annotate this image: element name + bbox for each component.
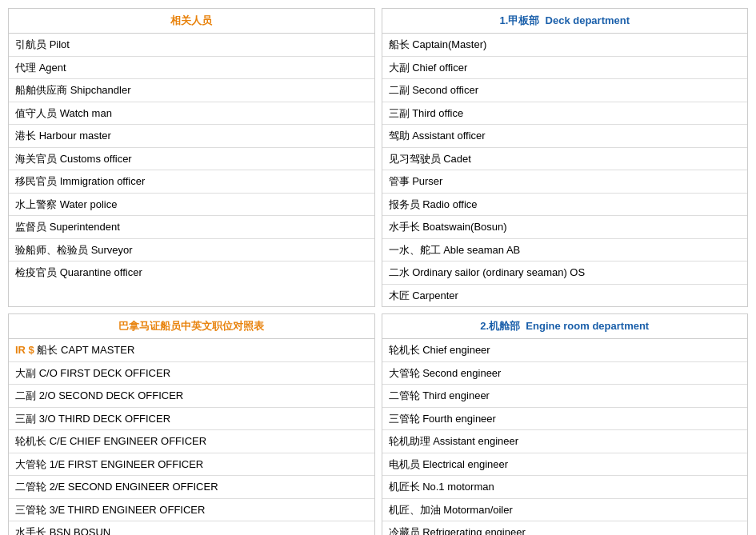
table-row: 代理 Agent — [9, 57, 374, 80]
table-row: 大管轮 1/E FIRST ENGINEER OFFICER — [9, 453, 374, 477]
related-personnel-title: 相关人员 — [9, 9, 374, 34]
deck-department-title: 1.甲板部 Deck department — [382, 9, 748, 34]
row-en: Able seaman AB — [443, 244, 520, 256]
row-en: 2/E SECOND ENGINEER OFFICER — [50, 481, 218, 493]
engine-department-panel: 2.机舱部 Engine room department 轮机长 Chief e… — [382, 313, 749, 535]
row-zh: 水手长 — [15, 526, 50, 535]
table-row: 二副 2/O SECOND DECK OFFICER — [9, 385, 374, 408]
table-row: 水手长 BSN BOSUN — [9, 521, 374, 535]
row-en: Cadet — [443, 153, 471, 165]
row-zh: 报务员 — [389, 198, 423, 210]
row-zh: 代理 — [15, 62, 39, 74]
row-en: Chief engineer — [422, 344, 490, 356]
row-en: Carpenter — [412, 289, 458, 301]
engine-department-title: 2.机舱部 Engine room department — [382, 314, 748, 339]
table-row: 一水、舵工 Able seaman AB — [382, 239, 748, 262]
table-row: 轮机助理 Assistant engineer — [382, 430, 748, 453]
panama-panel: 巴拿马证船员中英文职位对照表 IR $ 船长 CAPT MASTER大副 C/O… — [8, 313, 375, 535]
row-en: 3/E THIRD ENGINEER OFFICER — [50, 504, 206, 516]
table-row: 见习驾驶员 Cadet — [382, 148, 748, 171]
row-en: Second officer — [412, 84, 478, 96]
table-row: 三副 3/O THIRD DECK OFFICER — [9, 408, 374, 431]
row-zh: 船舶供应商 — [15, 84, 70, 96]
row-en: Boatswain(Bosun) — [422, 221, 507, 233]
row-zh: 检疫官员 — [15, 266, 60, 278]
row-zh: 电机员 — [389, 458, 423, 470]
table-row: 水手长 Boatswain(Bosun) — [382, 216, 748, 239]
row-en: Ordinary sailor (ordinary seaman) OS — [412, 266, 585, 278]
row-en: Radio office — [422, 198, 477, 210]
row-zh: 大副 — [389, 62, 413, 74]
row-zh: 移民官员 — [15, 175, 60, 187]
row-zh: 二管轮 — [389, 389, 423, 401]
row-en: Agent — [39, 62, 66, 74]
row-zh: 引航员 — [15, 38, 50, 50]
related-personnel-panel: 相关人员 引航员 Pilot代理 Agent船舶供应商 Shipchandler… — [8, 8, 375, 307]
row-en: Harbour master — [39, 130, 111, 142]
row-zh: 冷藏员 — [389, 526, 423, 535]
table-row: 检疫官员 Quarantine officer — [9, 262, 374, 284]
table-row: 三管轮 3/E THIRD ENGINEER OFFICER — [9, 499, 374, 522]
table-row: 监督员 Superintendent — [9, 216, 374, 239]
engine-rows: 轮机长 Chief engineer大管轮 Second engineer二管轮… — [382, 339, 748, 535]
row-en: Captain(Master) — [412, 38, 486, 50]
table-row: 大副 Chief officer — [382, 57, 748, 80]
row-zh: 轮机长 — [15, 435, 50, 447]
row-en: Shipchandler — [70, 84, 131, 96]
row-en: Fourth engineer — [422, 413, 496, 425]
table-row: 二水 Ordinary sailor (ordinary seaman) OS — [382, 262, 748, 285]
row-en: Refrigerating engineer — [422, 526, 526, 535]
row-en: 1/E FIRST ENGINEER OFFICER — [50, 458, 204, 470]
row-zh: 一水、舵工 — [389, 244, 444, 256]
row-zh: 大副 — [15, 367, 39, 379]
row-en: C/E CHIEF ENGINEER OFFICER — [50, 435, 206, 447]
table-row: 驾助 Assistant officer — [382, 125, 748, 148]
row-en: Surveyor — [91, 244, 133, 256]
row-en: Chief officer — [412, 62, 467, 74]
table-row: 三副 Third office — [382, 102, 748, 126]
deck-department-panel: 1.甲板部 Deck department 船长 Captain(Master)… — [382, 8, 749, 307]
row-zh: 驾助 — [389, 130, 413, 142]
row-en: No.1 motorman — [422, 481, 494, 493]
row-zh: 机匠长 — [389, 481, 423, 493]
row-zh: 船长 — [37, 344, 61, 356]
deck-rows: 船长 Captain(Master)大副 Chief officer二副 Sec… — [382, 34, 748, 306]
row-zh: 木匠 — [389, 289, 413, 301]
table-row: 管事 Purser — [382, 170, 748, 194]
row-en: Assistant officer — [412, 130, 486, 142]
table-row: 大管轮 Second engineer — [382, 362, 748, 385]
ir-mark: IR $ — [15, 344, 37, 356]
row-zh: 二管轮 — [15, 481, 50, 493]
row-en: Water police — [60, 198, 118, 210]
row-zh: 船长 — [389, 38, 413, 50]
table-row: 船舶供应商 Shipchandler — [9, 79, 374, 102]
related-personnel-rows: 引航员 Pilot代理 Agent船舶供应商 Shipchandler值守人员 … — [9, 34, 374, 284]
row-en: Quarantine officer — [60, 266, 142, 278]
table-row: 冷藏员 Refrigerating engineer — [382, 521, 748, 535]
table-row: 大副 C/O FIRST DECK OFFICER — [9, 362, 374, 385]
row-zh: 大管轮 — [15, 458, 50, 470]
panama-title: 巴拿马证船员中英文职位对照表 — [9, 314, 374, 339]
row-en: Pilot — [50, 38, 70, 50]
table-row: 港长 Harbour master — [9, 125, 374, 148]
table-row: 轮机长 C/E CHIEF ENGINEER OFFICER — [9, 430, 374, 453]
row-zh: 监督员 — [15, 221, 50, 233]
row-en: Electrical engineer — [422, 458, 508, 470]
row-zh: 海关官员 — [15, 153, 60, 165]
row-en: BSN BOSUN — [50, 526, 111, 535]
row-zh: 大管轮 — [389, 367, 423, 379]
table-row: 值守人员 Watch man — [9, 102, 374, 126]
row-zh: 三管轮 — [389, 413, 423, 425]
table-row: 验船师、检验员 Surveyor — [9, 239, 374, 262]
row-zh: 管事 — [389, 175, 413, 187]
row-en: Third engineer — [422, 389, 490, 401]
row-en: 3/O THIRD DECK OFFICER — [39, 413, 170, 425]
table-row: 船长 Captain(Master) — [382, 34, 748, 57]
row-zh: 验船师、检验员 — [15, 244, 91, 256]
row-zh: 二水 — [389, 266, 413, 278]
table-row: 二管轮 2/E SECOND ENGINEER OFFICER — [9, 476, 374, 499]
row-en: 2/O SECOND DECK OFFICER — [39, 389, 184, 401]
row-zh: 轮机长 — [389, 344, 423, 356]
table-row: 海关官员 Customs officer — [9, 148, 374, 171]
table-row: 木匠 Carpenter — [382, 285, 748, 307]
